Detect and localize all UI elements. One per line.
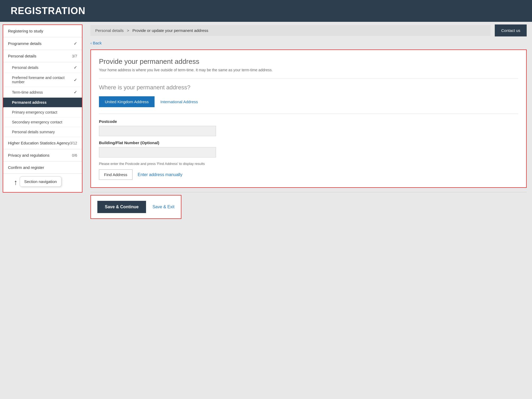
sidebar-item-label: Permanent address	[12, 100, 47, 105]
sidebar-item-label: Privacy and regulations	[8, 153, 49, 157]
sidebar-item-label: Confirm and register	[8, 165, 44, 170]
sidebar: Registering to study Programme details ✓…	[3, 24, 82, 193]
sidebar-item-label: Programme details	[8, 41, 41, 46]
privacy-badge: 0/6	[72, 153, 77, 157]
breadcrumb-parent: Personal details	[95, 28, 124, 33]
breadcrumb-row: Personal details > Provide or update you…	[90, 24, 527, 36]
annotation-label: Section navigation	[24, 179, 57, 184]
contact-us-button[interactable]: Contact us	[495, 24, 527, 36]
sidebar-item-label: Preferred forename and contact number	[12, 76, 74, 84]
bottom-actions: Save & Continue Save & Exit	[90, 195, 181, 219]
annotation-arrow-icon: ↑	[14, 178, 18, 187]
sidebar-item-personal-details-summary[interactable]: Personal details summary	[3, 127, 82, 137]
sidebar-item-label: Personal details	[8, 54, 36, 58]
save-exit-button[interactable]: Save & Exit	[152, 205, 174, 209]
sidebar-item-label: Higher Education Statistics Agency	[8, 141, 70, 145]
address-action-row: Find Address Enter address manually	[99, 169, 518, 180]
hesa-badge: 3/12	[70, 141, 77, 145]
sidebar-item-label: Personal details summary	[12, 130, 55, 134]
sidebar-item-registering-to-study[interactable]: Registering to study	[3, 25, 82, 37]
sidebar-item-label: Primary emergency contact	[12, 110, 57, 114]
chevron-left-icon: ‹	[90, 41, 92, 45]
sidebar-item-preferred-forename[interactable]: Preferred forename and contact number ✓	[3, 73, 82, 87]
sidebar-item-label: Registering to study	[8, 29, 43, 33]
checkmark-icon: ✓	[74, 65, 77, 70]
hint-text: Please enter the Postcode and press 'Fin…	[99, 162, 518, 166]
sidebar-item-term-time-address[interactable]: Term-time address ✓	[3, 87, 82, 98]
sidebar-item-confirm[interactable]: Confirm and register	[3, 161, 82, 174]
annotation-area: ↑ Section navigation	[3, 174, 82, 192]
building-input[interactable]	[99, 147, 216, 157]
form-subtitle: Your home address is where you live outs…	[99, 68, 518, 72]
find-address-button[interactable]: Find Address	[99, 169, 132, 180]
sidebar-item-primary-emergency[interactable]: Primary emergency contact	[3, 107, 82, 117]
international-address-button[interactable]: International Address	[155, 96, 204, 107]
sidebar-item-hesa[interactable]: Higher Education Statistics Agency 3/12	[3, 137, 82, 149]
progress-badge: 3/7	[72, 54, 77, 58]
sidebar-item-personal-details[interactable]: Personal details 3/7	[3, 50, 82, 62]
form-divider	[99, 78, 518, 79]
postcode-label: Postcode	[99, 119, 518, 124]
breadcrumb-current: Provide or update your permanent address	[132, 28, 208, 33]
back-link-label: Back	[93, 41, 102, 45]
sidebar-item-personal-details-sub[interactable]: Personal details ✓	[3, 62, 82, 73]
content-area: Personal details > Provide or update you…	[85, 22, 532, 397]
address-type-divider	[99, 114, 518, 114]
building-label: Building/Flat Number (Optional)	[99, 140, 518, 145]
breadcrumb-separator: >	[127, 28, 130, 33]
checkmark-icon: ✓	[74, 77, 77, 82]
main-layout: Registering to study Programme details ✓…	[0, 22, 532, 397]
sidebar-item-programme-details[interactable]: Programme details ✓	[3, 37, 82, 50]
annotation-box: Section navigation	[20, 176, 61, 187]
sidebar-item-label: Secondary emergency contact	[12, 120, 62, 124]
breadcrumb: Personal details > Provide or update you…	[90, 25, 491, 36]
page-title: REGISTRATION	[11, 5, 85, 16]
sidebar-item-secondary-emergency[interactable]: Secondary emergency contact	[3, 117, 82, 127]
sidebar-item-permanent-address[interactable]: Permanent address	[3, 98, 82, 107]
address-type-row: United Kingdom Address International Add…	[99, 96, 518, 107]
sidebar-item-label: Personal details	[12, 65, 39, 70]
sidebar-item-label: Term-time address	[12, 90, 43, 94]
sidebar-item-privacy[interactable]: Privacy and regulations 0/6	[3, 149, 82, 161]
enter-address-manually-link[interactable]: Enter address manually	[138, 172, 182, 177]
checkmark-icon: ✓	[74, 90, 77, 95]
section-divider	[90, 192, 527, 192]
address-question: Where is your permanent address?	[99, 84, 518, 91]
checkmark-icon: ✓	[74, 41, 77, 46]
back-link[interactable]: ‹ Back	[90, 41, 102, 45]
form-title: Provide your permanent address	[99, 57, 518, 66]
save-continue-button[interactable]: Save & Continue	[97, 201, 146, 213]
page-header: REGISTRATION	[0, 0, 532, 22]
postcode-input[interactable]	[99, 126, 216, 136]
form-card: Provide your permanent address Your home…	[90, 49, 527, 188]
uk-address-button[interactable]: United Kingdom Address	[99, 96, 155, 107]
